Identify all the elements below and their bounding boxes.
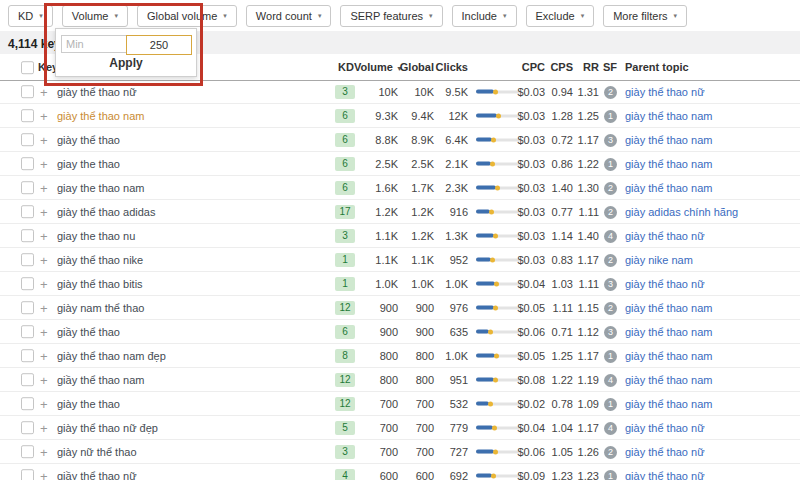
column-header-cpc[interactable]: CPC (500, 61, 545, 73)
sf-count-badge[interactable]: 1 (604, 110, 617, 123)
volume-min-input[interactable] (61, 35, 126, 53)
sf-count-badge[interactable]: 1 (604, 398, 617, 411)
row-checkbox[interactable] (21, 445, 34, 459)
parent-topic-link[interactable]: giày thể thao nữ (625, 278, 705, 290)
parent-topic-link[interactable]: giày thể thao nam (625, 374, 712, 386)
row-checkbox[interactable] (21, 349, 34, 363)
sf-count-badge[interactable]: 2 (604, 86, 617, 99)
sf-count-badge[interactable]: 4 (604, 230, 617, 243)
keyword-link[interactable]: giày nữ thể thao (57, 446, 137, 458)
expand-plus-icon[interactable]: + (40, 276, 48, 291)
sf-count-badge[interactable]: 3 (604, 278, 617, 291)
column-header-volume[interactable]: Volume▼ (354, 61, 398, 73)
keyword-link[interactable]: giày thể thao nam (57, 110, 144, 122)
sf-count-badge[interactable]: 1 (604, 158, 617, 171)
column-header-rr[interactable]: RR (571, 61, 599, 73)
parent-topic-link[interactable]: giày thể thao nữ (625, 470, 705, 480)
apply-button[interactable]: Apply (56, 54, 196, 72)
filter-more-filters-button[interactable]: More filters▾ (603, 5, 687, 27)
row-checkbox[interactable] (21, 253, 34, 267)
select-all-checkbox[interactable] (21, 60, 34, 74)
keyword-link[interactable]: giầy thể thao (57, 326, 120, 338)
row-checkbox[interactable] (21, 373, 34, 387)
sf-count-badge[interactable]: 2 (604, 302, 617, 315)
parent-topic-link[interactable]: giày thể thao nữ (625, 86, 705, 98)
keyword-link[interactable]: giày thể thao nữ (57, 86, 137, 98)
row-checkbox[interactable] (21, 205, 34, 219)
column-header-sf[interactable]: SF (603, 61, 617, 73)
expand-plus-icon[interactable]: + (40, 84, 48, 99)
sf-count-badge[interactable]: 4 (604, 374, 617, 387)
row-checkbox[interactable] (21, 421, 34, 435)
keyword-link[interactable]: giày thể thao bitis (57, 278, 143, 290)
sf-count-badge[interactable]: 1 (604, 350, 617, 363)
filter-global-volume-button[interactable]: Global volume▾ (137, 5, 237, 27)
row-checkbox[interactable] (21, 229, 34, 243)
sf-count-badge[interactable]: 1 (604, 470, 617, 480)
expand-plus-icon[interactable]: + (40, 468, 48, 480)
parent-topic-link[interactable]: giày thể thao nam (625, 158, 712, 170)
expand-plus-icon[interactable]: + (40, 396, 48, 411)
filter-exclude-button[interactable]: Exclude▾ (526, 5, 595, 27)
row-checkbox[interactable] (21, 325, 34, 339)
parent-topic-link[interactable]: giày thể thao nam (625, 134, 712, 146)
keyword-link[interactable]: giày thể thao nam đẹp (57, 350, 166, 362)
parent-topic-link[interactable]: giày thể thao nam (625, 398, 712, 410)
keyword-link[interactable]: giày the thao (57, 398, 120, 410)
filter-kd-button[interactable]: KD▾ (8, 5, 53, 27)
keyword-link[interactable]: giầy thể thao nữ (57, 470, 137, 480)
expand-plus-icon[interactable]: + (40, 252, 48, 267)
parent-topic-link[interactable]: giày thể thao nam (625, 302, 712, 314)
row-checkbox[interactable] (21, 181, 34, 195)
expand-plus-icon[interactable]: + (40, 324, 48, 339)
row-checkbox[interactable] (21, 301, 34, 315)
parent-topic-link[interactable]: giày nike nam (625, 254, 693, 266)
sf-count-badge[interactable]: 3 (604, 326, 617, 339)
keyword-link[interactable]: giày thể thao nữ đẹp (57, 422, 158, 434)
column-header-parent-topic[interactable]: Parent topic (625, 61, 689, 73)
expand-plus-icon[interactable]: + (40, 204, 48, 219)
expand-plus-icon[interactable]: + (40, 300, 48, 315)
filter-word-count-button[interactable]: Word count▾ (246, 5, 332, 27)
row-checkbox[interactable] (21, 109, 34, 123)
parent-topic-link[interactable]: giày thể thao nữ (625, 422, 705, 434)
expand-plus-icon[interactable]: + (40, 348, 48, 363)
sf-count-badge[interactable]: 2 (604, 182, 617, 195)
parent-topic-link[interactable]: giày adidas chính hãng (625, 206, 738, 218)
keyword-link[interactable]: giay the thao nam (57, 182, 144, 194)
column-header-global[interactable]: Global (398, 61, 434, 73)
parent-topic-link[interactable]: giày thể thao nữ (625, 230, 705, 242)
parent-topic-link[interactable]: giày thể thao nam (625, 350, 712, 362)
parent-topic-link[interactable]: giày thể thao nam (625, 110, 712, 122)
sf-count-badge[interactable]: 3 (604, 134, 617, 147)
row-checkbox[interactable] (21, 133, 34, 147)
filter-include-button[interactable]: Include▾ (452, 5, 517, 27)
parent-topic-link[interactable]: giày thể thao nữ (625, 446, 705, 458)
volume-max-input[interactable] (126, 35, 192, 55)
sf-count-badge[interactable]: 2 (604, 254, 617, 267)
row-checkbox[interactable] (21, 397, 34, 411)
expand-plus-icon[interactable]: + (40, 132, 48, 147)
expand-plus-icon[interactable]: + (40, 180, 48, 195)
column-header-clicks[interactable]: Clicks (432, 61, 468, 73)
sf-count-badge[interactable]: 4 (604, 422, 617, 435)
keyword-link[interactable]: giày thể thao adidas (57, 206, 155, 218)
sf-count-badge[interactable]: 2 (604, 206, 617, 219)
expand-plus-icon[interactable]: + (40, 420, 48, 435)
filter-volume-button[interactable]: Volume▾ (62, 5, 128, 27)
parent-topic-link[interactable]: giày thể thao nam (625, 182, 712, 194)
expand-plus-icon[interactable]: + (40, 108, 48, 123)
expand-plus-icon[interactable]: + (40, 444, 48, 459)
expand-plus-icon[interactable]: + (40, 372, 48, 387)
keyword-link[interactable]: giày nam thể thao (57, 302, 144, 314)
keyword-link[interactable]: giay the thao (57, 158, 120, 170)
column-header-cps[interactable]: CPS (545, 61, 573, 73)
keyword-link[interactable]: giay the thao nu (57, 230, 135, 242)
expand-plus-icon[interactable]: + (40, 156, 48, 171)
keyword-link[interactable]: giày thể thao (57, 134, 120, 146)
filter-serp-features-button[interactable]: SERP features▾ (340, 5, 442, 27)
row-checkbox[interactable] (21, 157, 34, 171)
keyword-link[interactable]: giầy thể thao nam (57, 374, 144, 386)
column-header-kd[interactable]: KD (338, 61, 354, 73)
row-checkbox[interactable] (21, 277, 34, 291)
